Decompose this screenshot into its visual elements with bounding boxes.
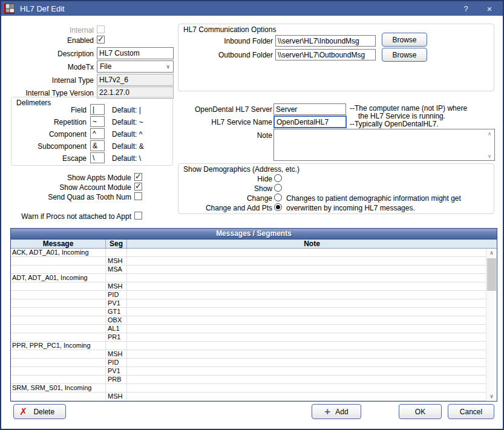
cell-message (11, 350, 106, 358)
scroll-up-icon[interactable]: ∧ (486, 249, 497, 258)
field-delim-default: Default: | (112, 106, 141, 115)
scroll-up-icon[interactable]: ∧ (488, 131, 492, 137)
cell-note (127, 333, 486, 341)
messages-segments-grid: Messages / Segments Message Seg Note ACK… (10, 228, 497, 402)
title-bar[interactable]: HL7 Def Edit ? × (1, 1, 503, 16)
table-row[interactable]: PR1 (11, 333, 486, 342)
od-hl7-server-input[interactable] (273, 103, 346, 115)
hl7-def-edit-dialog: HL7 Def Edit ? × Internal Enabled Descri… (0, 0, 504, 430)
comm-options-title: HL7 Communication Options (183, 25, 276, 34)
hide-radio-label: Hide (183, 175, 272, 184)
internal-checkbox (97, 25, 105, 33)
scroll-down-icon[interactable]: ∨ (488, 153, 492, 159)
cell-message (11, 333, 106, 341)
table-row[interactable]: PID (11, 291, 486, 299)
warn-procs-checkbox[interactable] (134, 212, 142, 220)
table-row[interactable]: PV1 (11, 299, 486, 308)
delete-button[interactable]: ✗ Delete (13, 404, 66, 419)
demographics-warning-line1: Changes to patient demographic informati… (286, 194, 461, 203)
table-row[interactable]: PPR, PPR_PC1, Incoming (11, 342, 486, 350)
cell-message (11, 282, 106, 290)
outbound-browse-button[interactable]: Browse (382, 48, 427, 62)
inbound-browse-button[interactable]: Browse (382, 33, 427, 47)
table-row[interactable]: GT1 (11, 308, 486, 316)
cell-seg: MSH (106, 393, 127, 400)
outbound-browse-label: Browse (392, 51, 416, 59)
grid-header-row: Message Seg Note (11, 239, 497, 249)
column-header-note[interactable]: Note (127, 239, 497, 248)
subcomponent-delim-input[interactable] (90, 140, 105, 151)
add-plus-icon: + (324, 406, 330, 418)
grid-scrollbar[interactable]: ∧ ∨ (486, 249, 497, 401)
cell-note (127, 359, 486, 366)
demographics-warning-line2: overwritten by incoming HL7 messages. (286, 204, 415, 213)
cell-seg: PRB (106, 376, 127, 383)
description-label: Description (1, 50, 94, 59)
cell-message (11, 325, 106, 333)
enabled-label: Enabled (1, 36, 94, 45)
escape-delim-label: Escape (11, 154, 87, 163)
table-row[interactable]: PRB (11, 376, 486, 384)
column-header-message[interactable]: Message (11, 239, 106, 248)
modetx-dropdown[interactable]: File ∨ (97, 60, 174, 73)
cell-note (127, 384, 486, 392)
note-scrollbar[interactable]: ∧ ∨ (485, 129, 494, 160)
hl7-service-name-input[interactable] (273, 116, 347, 128)
modetx-label: ModeTx (1, 63, 94, 72)
escape-delim-input[interactable] (90, 152, 105, 163)
cell-seg: MSH (106, 257, 127, 265)
hide-radio[interactable] (274, 174, 282, 182)
description-input[interactable] (97, 47, 174, 59)
show-account-checkbox[interactable] (134, 183, 142, 191)
show-appts-label: Show Appts Module (1, 174, 131, 183)
note-textarea[interactable]: ∧ ∨ (273, 129, 495, 161)
scrollbar-thumb[interactable] (487, 258, 496, 291)
show-radio[interactable] (274, 184, 282, 192)
component-delim-label: Component (11, 130, 87, 139)
add-button[interactable]: + Add (312, 404, 361, 419)
scroll-down-icon[interactable]: ∨ (486, 392, 497, 401)
table-row[interactable]: ADT, ADT_A01, Incoming (11, 274, 486, 282)
cell-seg (106, 384, 127, 392)
cell-message: ADT, ADT_A01, Incoming (11, 274, 106, 282)
table-row[interactable]: MSH (11, 257, 486, 265)
cell-seg: OBX (106, 316, 127, 324)
table-row[interactable]: ACK, ADT_A01, Incoming (11, 249, 486, 257)
close-icon[interactable]: × (476, 4, 503, 14)
table-row[interactable]: MSH (11, 350, 486, 359)
cell-note (127, 350, 486, 358)
show-appts-checkbox[interactable] (134, 173, 142, 181)
column-header-seg[interactable]: Seg (106, 239, 127, 248)
table-row[interactable]: MSH (11, 282, 486, 291)
table-row[interactable]: MSH (11, 393, 486, 401)
table-row[interactable]: PV1 (11, 367, 486, 376)
change-radio[interactable] (274, 194, 282, 201)
change-add-pts-radio[interactable] (274, 203, 282, 211)
component-delim-input[interactable] (90, 128, 105, 139)
od-hl7-server-label: OpenDental HL7 Server (146, 105, 272, 114)
cell-message (11, 367, 106, 375)
grid-body: ACK, ADT_A01, Incoming MSH MSA ADT, ADT_… (11, 249, 486, 401)
grid-title: Messages / Segments (11, 229, 497, 239)
outbound-folder-input[interactable] (275, 49, 376, 60)
table-row[interactable]: AL1 (11, 325, 486, 333)
cancel-button[interactable]: Cancel (448, 404, 494, 419)
cell-message (11, 299, 106, 307)
table-row[interactable]: PID (11, 359, 486, 367)
table-row[interactable]: MSA (11, 265, 486, 274)
cell-message (11, 316, 106, 324)
table-row[interactable]: OBX (11, 316, 486, 325)
enabled-checkbox[interactable] (97, 36, 105, 44)
cell-note (127, 393, 486, 400)
inbound-folder-input[interactable] (275, 35, 376, 47)
help-button[interactable]: ? (456, 4, 476, 13)
cell-seg: MSH (106, 282, 127, 290)
field-delim-input[interactable] (90, 104, 105, 115)
cell-seg (106, 249, 127, 256)
cell-message (11, 257, 106, 265)
modetx-value: File (100, 62, 111, 71)
send-quad-checkbox[interactable] (134, 192, 142, 200)
repetition-delim-input[interactable] (90, 116, 105, 127)
table-row[interactable]: SRM, SRM_S01, Incoming (11, 384, 486, 393)
ok-button[interactable]: OK (399, 404, 442, 419)
